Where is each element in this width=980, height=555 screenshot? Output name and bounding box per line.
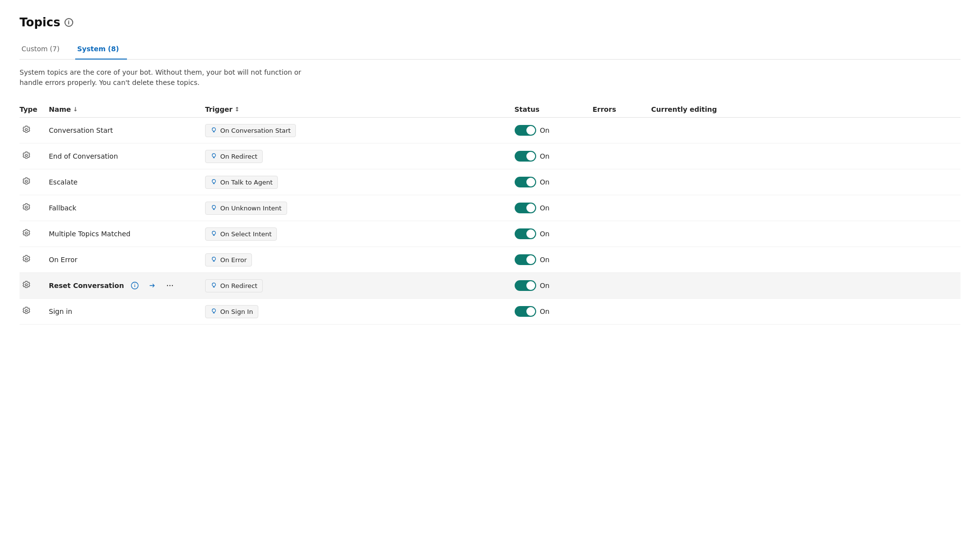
status-toggle[interactable] [515, 228, 536, 239]
svg-point-29 [169, 285, 170, 286]
trigger-badge: On Select Intent [205, 227, 277, 241]
name-cell: End of Conversation [49, 152, 205, 160]
svg-point-13 [212, 205, 216, 208]
svg-point-8 [25, 180, 27, 182]
system-topic-icon [20, 227, 33, 241]
svg-point-21 [212, 257, 216, 260]
trigger-cell: On Redirect [205, 150, 515, 163]
trigger-badge: On Sign In [205, 305, 258, 318]
type-cell [20, 305, 49, 318]
table-row[interactable]: Fallback On Unknown Intent On [20, 195, 960, 221]
table-row[interactable]: Reset Conversation [20, 273, 960, 299]
type-cell [20, 279, 49, 292]
trigger-label: On Talk to Agent [220, 179, 272, 186]
topic-name: Fallback [49, 204, 76, 212]
svg-point-0 [25, 128, 27, 130]
trigger-label: On Error [220, 256, 247, 264]
topic-name: Conversation Start [49, 126, 113, 134]
table-row[interactable]: On Error On Error On [20, 247, 960, 273]
trigger-badge: On Unknown Intent [205, 202, 287, 215]
trigger-label: On Unknown Intent [220, 205, 282, 212]
trigger-bulb-icon [210, 282, 217, 290]
more-action-icon[interactable] [163, 279, 177, 292]
name-cell: Sign in [49, 308, 205, 315]
table-row[interactable]: End of Conversation On Redirect On [20, 144, 960, 169]
status-toggle[interactable] [515, 177, 536, 187]
type-cell [20, 123, 49, 137]
trigger-cell: On Sign In [205, 305, 515, 318]
topic-name: End of Conversation [49, 152, 118, 160]
status-toggle[interactable] [515, 254, 536, 265]
trigger-badge: On Redirect [205, 279, 263, 292]
col-name[interactable]: Name ↓ [49, 105, 205, 113]
table-row[interactable]: Conversation Start On Conversation Start… [20, 118, 960, 144]
status-cell: On [515, 177, 593, 187]
trigger-bulb-icon [210, 256, 217, 264]
trigger-label: On Redirect [220, 282, 257, 289]
system-topic-icon [20, 305, 33, 318]
topic-name: Multiple Topics Matched [49, 230, 130, 238]
system-topic-icon [20, 123, 33, 137]
page-title-info-icon[interactable]: i [64, 18, 73, 27]
table-row[interactable]: Multiple Topics Matched On Select Intent… [20, 221, 960, 247]
status-cell: On [515, 254, 593, 265]
status-toggle[interactable] [515, 203, 536, 213]
status-toggle[interactable] [515, 151, 536, 162]
table-row[interactable]: Escalate On Talk to Agent On [20, 169, 960, 195]
status-cell: On [515, 125, 593, 136]
trigger-bulb-icon [210, 308, 217, 316]
status-label: On [540, 282, 550, 289]
name-with-actions: Reset Conversation [49, 279, 205, 292]
trigger-cell: On Unknown Intent [205, 202, 515, 215]
trigger-bulb-icon [210, 204, 217, 212]
svg-point-17 [212, 231, 216, 234]
redirect-action-icon[interactable] [146, 279, 159, 292]
topic-name: Escalate [49, 178, 78, 186]
trigger-label: On Conversation Start [220, 127, 291, 134]
name-cell: Multiple Topics Matched [49, 230, 205, 238]
trigger-bulb-icon [210, 178, 217, 186]
tab-custom[interactable]: Custom (7) [20, 41, 67, 60]
trigger-cell: On Error [205, 253, 515, 267]
type-cell [20, 227, 49, 241]
col-trigger[interactable]: Trigger ↕ [205, 105, 515, 113]
table-body: Conversation Start On Conversation Start… [20, 118, 960, 325]
svg-point-31 [212, 283, 216, 286]
table-row[interactable]: Sign in On Sign In On [20, 299, 960, 325]
status-toggle[interactable] [515, 280, 536, 291]
svg-point-28 [167, 285, 168, 286]
status-label: On [540, 204, 550, 212]
col-currently-editing: Currently editing [651, 105, 961, 113]
trigger-cell: On Select Intent [205, 227, 515, 241]
topic-name: Sign in [49, 308, 72, 315]
page-title: Topics [20, 16, 61, 29]
name-cell: Escalate [49, 178, 205, 186]
system-topic-icon [20, 149, 33, 163]
status-cell: On [515, 228, 593, 239]
system-topic-icon [20, 253, 33, 267]
svg-point-4 [25, 154, 27, 156]
trigger-label: On Redirect [220, 153, 257, 160]
trigger-label: On Sign In [220, 308, 253, 315]
svg-point-34 [25, 309, 27, 311]
page-description: System topics are the core of your bot. … [20, 67, 313, 88]
trigger-cell: On Talk to Agent [205, 176, 515, 189]
page-container: Topics i Custom (7) System (8) System to… [0, 0, 980, 340]
status-cell: On [515, 203, 593, 213]
trigger-bulb-icon [210, 126, 217, 135]
trigger-sort-icon: ↕ [234, 106, 239, 113]
status-label: On [540, 126, 550, 134]
name-cell: On Error [49, 256, 205, 264]
status-toggle[interactable] [515, 306, 536, 317]
col-errors: Errors [593, 105, 651, 113]
tab-system[interactable]: System (8) [75, 41, 127, 60]
status-toggle[interactable] [515, 125, 536, 136]
info-action-icon[interactable] [128, 279, 142, 292]
trigger-bulb-icon [210, 230, 217, 238]
topic-name: Reset Conversation [49, 282, 124, 289]
svg-point-35 [212, 308, 216, 312]
type-cell [20, 201, 49, 215]
tabs-container: Custom (7) System (8) [20, 41, 960, 60]
svg-point-1 [212, 127, 216, 131]
system-topic-icon [20, 279, 33, 292]
